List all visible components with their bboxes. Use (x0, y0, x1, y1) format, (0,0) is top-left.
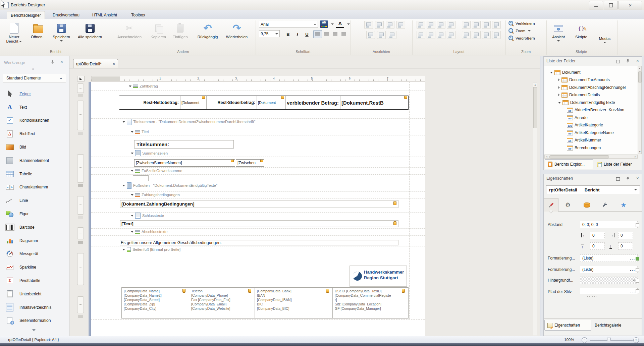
zoom-button[interactable]: Zoom (508, 27, 531, 34)
zoom-slider-thumb[interactable] (607, 338, 611, 342)
tree-node-dokument[interactable]: Dokument (545, 69, 638, 76)
band-summenzeilen[interactable]: Summenzeilen (131, 151, 168, 156)
align-rights-icon[interactable] (396, 21, 405, 29)
tab-liste-der-felder[interactable]: Liste der Felder (594, 159, 642, 169)
band-selector-button[interactable] (77, 296, 84, 313)
tree-node[interactable]: abArtikelNummer (545, 136, 638, 144)
close-icon[interactable]: × (636, 176, 639, 180)
pad-left-input[interactable]: 0 (590, 232, 605, 239)
property-checkbox[interactable] (636, 223, 639, 227)
toolbox-item-zeiger[interactable]: Zeiger (0, 87, 69, 101)
toolbox-item-tabelle[interactable]: Tabelle (0, 167, 69, 181)
abstand-input[interactable]: 0; 0; 0; 0 (580, 221, 638, 228)
same-height-icon[interactable] (437, 21, 445, 29)
summary-table[interactable]: Rest-Nettobetrag: [Dokument Rest-Steuerb… (119, 96, 409, 110)
band-separator-handle[interactable] (78, 315, 83, 318)
tab-behavior[interactable]: ⚙ (560, 198, 575, 212)
band-fussnoten-group[interactable]: Fußnoten - "Dokument.DokumentEndgültigTe… (122, 183, 217, 188)
toolbox-section-header[interactable]: Standard Elemente (3, 74, 66, 82)
band-separator-handle[interactable] (78, 217, 83, 219)
footer-column-bank[interactable]: [CompanyData_Bank] IBAN [CompanyData_IBA… (255, 288, 332, 318)
copy-button[interactable]: Kopieren (148, 20, 169, 49)
align-centers-icon[interactable] (386, 21, 394, 29)
band-zahlungsbedingungen[interactable]: Zahlungsbedingungen (131, 192, 180, 197)
tree-node[interactable]: DokumentEndgültigTexte (545, 99, 638, 106)
company-footer-table[interactable]: [CompanyData_Name] [CompanyData_Name2] [… (121, 287, 409, 319)
highlight-color-button[interactable]: ab (320, 20, 328, 28)
align-left-button[interactable] (313, 30, 322, 38)
font-color-dropdown-icon[interactable] (347, 23, 350, 25)
band-selector-button[interactable] (77, 154, 84, 183)
save-all-button[interactable]: Alle speichern (74, 20, 106, 49)
band-separator-handle[interactable] (78, 95, 83, 97)
band-fusszeile-gewerksumme[interactable]: FußzeileGewerksumme (131, 168, 182, 173)
tab-toolbox[interactable]: Toolbox (129, 11, 148, 19)
scrollbar-thumb[interactable] (638, 71, 642, 83)
tab-berichtsgalerie[interactable]: Berichtsgalerie (592, 320, 636, 331)
band-titel[interactable]: Titel (131, 129, 149, 134)
ellipsis-button[interactable]: ... (630, 256, 635, 261)
underline-button[interactable]: U (303, 30, 311, 38)
pad-bottom-input[interactable]: 0 (618, 242, 633, 250)
scroll-up-icon[interactable]: ▲ (638, 67, 641, 69)
increase-vspacing-icon[interactable] (427, 31, 435, 39)
vertical-spacing-icon[interactable] (417, 31, 425, 39)
field-zwischensumme-name[interactable]: [ZwischenSummeNamen] (134, 159, 235, 167)
band-separator-handle[interactable] (78, 184, 83, 187)
zoom-out-button[interactable]: − (582, 337, 587, 343)
center-horizontally-icon[interactable] (462, 31, 471, 39)
tree-node[interactable]: DokumentDetails (545, 91, 638, 99)
tab-html-ansicht[interactable]: HTML Ansicht (90, 11, 119, 19)
align-justify-button[interactable] (339, 30, 348, 38)
band-separator-handle[interactable] (78, 132, 83, 134)
splitter-grip[interactable] (587, 296, 597, 297)
band-separator-handle[interactable] (78, 241, 83, 244)
scrollbar-thumb[interactable] (549, 155, 609, 159)
pin-icon[interactable] (626, 59, 630, 63)
tree-node[interactable]: DocumentTaxAmounts (545, 76, 638, 83)
band-zahlbetrag[interactable]: Zahlbetrag (129, 83, 158, 89)
toolbox-item-bild[interactable]: Bild (0, 140, 69, 154)
summary-label-cell[interactable]: Rest-Steuerbetrag: (206, 96, 257, 109)
align-right-button[interactable] (331, 30, 339, 38)
scripts-button[interactable]: { }✎ Skripte (572, 20, 591, 49)
tab-druckvorschau[interactable]: Druckvorschau (50, 11, 82, 19)
toolbox-item-messgeraet[interactable]: Messgerät (0, 247, 69, 261)
property-checkbox[interactable] (636, 289, 639, 293)
toolbox-item-seiteninformation[interactable]: iSeiteninformation (0, 314, 69, 328)
property-checkbox[interactable] (636, 257, 639, 261)
increase-hspacing-icon[interactable] (472, 21, 481, 29)
align-to-grid-icon[interactable] (364, 21, 373, 29)
toolbox-item-rahmenelement[interactable]: Rahmenelement (0, 154, 69, 167)
tab-data[interactable] (579, 198, 594, 212)
property-checkbox[interactable] (636, 279, 639, 283)
save-button[interactable]: Speichern (50, 20, 72, 49)
band-selector-button[interactable] (77, 196, 84, 215)
open-button[interactable]: Öffnen... (28, 20, 49, 49)
pad-top-input[interactable]: 0 (590, 242, 605, 250)
toolbox-item-richtext[interactable]: ARichText (0, 127, 69, 140)
maximize-button[interactable] (604, 1, 618, 9)
footer-column-legal[interactable]: USt.ID [CompanyData_TaxID] [CompanyData_… (332, 288, 408, 318)
format-rules-input[interactable]: (Liste)... (580, 254, 638, 262)
band-selector-button[interactable] (77, 83, 84, 93)
toolbox-item-unterbericht[interactable]: Unterbericht (0, 287, 69, 301)
tree-node[interactable]: abAnrede (545, 114, 638, 121)
ruler-corner-button[interactable] (77, 76, 85, 81)
close-icon[interactable]: × (636, 59, 639, 63)
tree-vertical-scrollbar[interactable]: ▲ ▼ (638, 66, 642, 154)
close-icon[interactable]: × (113, 62, 115, 66)
field-zahlung-bedingungen[interactable]: [Dokument.ZahlungBedingungen] (120, 200, 398, 208)
zoom-slider-track[interactable] (590, 340, 633, 341)
italic-button[interactable]: I (293, 30, 302, 38)
bold-button[interactable]: B (284, 30, 292, 38)
scroll-down-icon[interactable]: ▼ (639, 151, 641, 153)
band-schlusstexte[interactable]: Schlusstexte (131, 213, 164, 218)
toolbox-item-figur[interactable]: Figur (0, 207, 69, 221)
tab-layout[interactable] (597, 198, 612, 212)
close-icon[interactable]: × (60, 60, 63, 64)
summary-label-cell[interactable]: verbleibender Betrag: (285, 96, 340, 109)
band-selector-button[interactable] (77, 227, 84, 239)
font-size-combo[interactable]: 9,75 (259, 30, 280, 37)
size-to-grid-icon[interactable] (417, 21, 425, 29)
